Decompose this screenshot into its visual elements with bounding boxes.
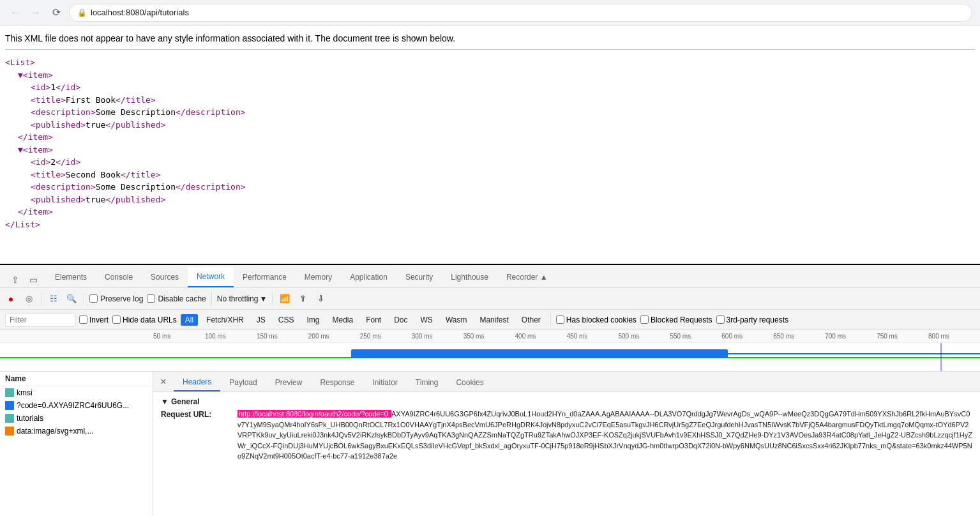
filter-bar: Invert Hide data URLs All Fetch/XHR JS C… [0, 310, 980, 330]
filter-other[interactable]: Other [517, 314, 545, 326]
tab-performance[interactable]: Performance [234, 267, 296, 287]
forward-button[interactable]: → [28, 5, 43, 20]
devtools-icons: ⇪ ▭ [3, 272, 46, 287]
xml-title2: <title>Second Book</title> [5, 169, 975, 181]
timeline-bar-area[interactable] [0, 343, 980, 371]
tab-sources[interactable]: Sources [142, 267, 188, 287]
browser-chrome: ← → ⟳ 🔒 localhost:8080/api/tutorials [0, 0, 980, 26]
tick-700ms: 700 ms [825, 333, 877, 340]
tab-security[interactable]: Security [396, 267, 442, 287]
xml-desc1: <description>Some Description</descripti… [5, 106, 975, 119]
filter-button[interactable]: ☷ [47, 292, 61, 306]
hide-data-urls-checkbox[interactable] [112, 315, 121, 324]
divider1 [41, 292, 41, 305]
tab-lighthouse[interactable]: Lighthouse [442, 267, 497, 287]
invert-checkbox-label[interactable]: Invert [79, 315, 109, 324]
detail-tab-headers[interactable]: Headers [174, 374, 220, 391]
devtools-tab-bar: ⇪ ▭ Elements Console Sources Network Per… [0, 265, 980, 288]
disable-cache-checkbox[interactable] [147, 294, 155, 303]
tutorials-icon [5, 414, 14, 423]
request-url-value: http://localhost:8080/login/oauth2/code/… [237, 409, 972, 462]
filter-css[interactable]: CSS [274, 314, 299, 326]
tick-750ms: 750 ms [877, 333, 928, 340]
cursor-icon[interactable]: ⇪ [8, 272, 23, 287]
tick-50ms: 50 ms [153, 333, 205, 340]
tutorials-label: tutorials [17, 414, 43, 423]
third-party-text: 3rd-party requests [727, 315, 788, 324]
reload-button[interactable]: ⟳ [49, 5, 64, 20]
sidebar-item-svg[interactable]: data:image/svg+xml,... [0, 425, 153, 437]
xml-list-close: </List> [5, 218, 975, 231]
tab-recorder[interactable]: Recorder ▲ [497, 267, 557, 287]
kmsi-label: kmsi [17, 388, 33, 397]
tab-memory[interactable]: Memory [296, 267, 341, 287]
hide-data-urls-label[interactable]: Hide data URLs [112, 315, 177, 324]
clear-button[interactable]: ◎ [22, 292, 36, 306]
general-label: General [171, 397, 200, 406]
divider4 [272, 292, 273, 305]
filter-manifest[interactable]: Manifest [475, 314, 513, 326]
request-url-highlight: http://localhost:8080/login/oauth2/code/… [237, 410, 391, 418]
request-url-row: Request URL: http://localhost:8080/login… [161, 409, 972, 462]
lock-icon: 🔒 [77, 8, 87, 17]
search-button[interactable]: 🔍 [64, 292, 79, 306]
filter-ws[interactable]: WS [416, 314, 437, 326]
disable-cache-label[interactable]: Disable cache [147, 294, 206, 303]
third-party-checkbox[interactable] [716, 315, 725, 324]
detail-tab-cookies[interactable]: Cookies [447, 374, 492, 391]
import-icon[interactable]: ⇧ [296, 292, 310, 306]
blocked-cookies-checkbox[interactable] [556, 315, 564, 324]
preserve-log-label[interactable]: Preserve log [89, 294, 143, 303]
detail-tab-preview[interactable]: Preview [266, 374, 312, 391]
timeline-area: 50 ms 100 ms 150 ms 200 ms 250 ms 300 ms… [0, 330, 980, 372]
detail-tab-initiator[interactable]: Initiator [363, 374, 406, 391]
code-label: ?code=0.AXYA9IZRC4r6UU6G... [17, 401, 129, 410]
general-collapse-icon[interactable]: ▼ [161, 397, 169, 406]
filter-js[interactable]: JS [252, 314, 270, 326]
sidebar-item-code[interactable]: ?code=0.AXYA9IZRC4r6UU6G... [0, 399, 153, 412]
xml-item1-close: </item> [5, 131, 975, 144]
blocked-requests-label[interactable]: Blocked Requests [640, 315, 712, 324]
filter-media[interactable]: Media [328, 314, 358, 326]
back-button[interactable]: ← [8, 5, 23, 20]
blocked-requests-checkbox[interactable] [640, 315, 649, 324]
preserve-log-text: Preserve log [100, 294, 143, 303]
wifi-icon[interactable]: 📶 [278, 292, 292, 306]
close-button[interactable]: × [156, 374, 171, 390]
xml-desc2: <description>Some Description</descripti… [5, 181, 975, 194]
filter-font[interactable]: Font [361, 314, 386, 326]
blocked-cookies-text: Has blocked cookies [566, 315, 637, 324]
tab-application[interactable]: Application [341, 267, 396, 287]
detail-tab-response[interactable]: Response [311, 374, 363, 391]
timeline-blue-line [728, 353, 980, 354]
tab-network[interactable]: Network [188, 267, 234, 287]
record-button[interactable]: ● [4, 292, 18, 306]
xml-id2: <id>2</id> [5, 156, 975, 169]
throttle-arrow: ▼ [259, 294, 267, 303]
responsive-icon[interactable]: ▭ [26, 272, 41, 287]
throttle-select[interactable]: No throttling ▼ [217, 294, 268, 303]
xml-pub2: <published>true</published> [5, 194, 975, 206]
filter-fetch-xhr[interactable]: Fetch/XHR [202, 314, 248, 326]
filter-input[interactable] [5, 313, 75, 327]
sidebar-item-kmsi[interactable]: kmsi [0, 386, 153, 399]
blocked-cookies-label[interactable]: Has blocked cookies [556, 315, 637, 324]
xml-title1: <title>First Book</title> [5, 94, 975, 107]
detail-tab-payload[interactable]: Payload [220, 374, 266, 391]
tab-console[interactable]: Console [96, 267, 142, 287]
detail-tabs: × Headers Payload Preview Response Initi… [153, 372, 980, 392]
filter-wasm[interactable]: Wasm [441, 314, 472, 326]
tab-elements[interactable]: Elements [46, 267, 96, 287]
filter-all[interactable]: All [181, 314, 198, 326]
sidebar-item-tutorials[interactable]: tutorials [0, 412, 153, 425]
third-party-label[interactable]: 3rd-party requests [716, 315, 788, 324]
invert-checkbox[interactable] [79, 315, 87, 324]
filter-doc[interactable]: Doc [389, 314, 412, 326]
filter-img[interactable]: Img [302, 314, 324, 326]
tick-550ms: 550 ms [670, 333, 721, 340]
sidebar-header: Name [0, 372, 153, 386]
detail-tab-timing[interactable]: Timing [407, 374, 448, 391]
address-bar[interactable]: 🔒 localhost:8080/api/tutorials [69, 4, 972, 22]
preserve-log-checkbox[interactable] [89, 294, 98, 303]
export-icon[interactable]: ⇩ [313, 292, 328, 306]
